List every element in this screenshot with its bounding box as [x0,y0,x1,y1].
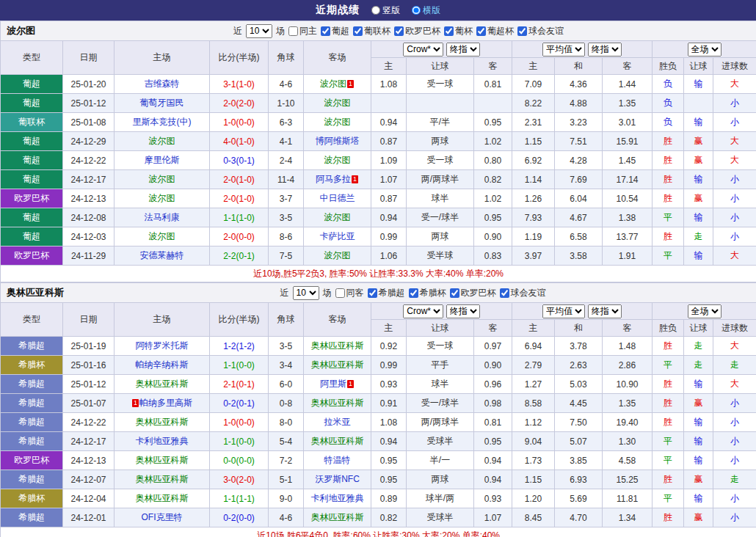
team-link[interactable]: 奥林匹亚科斯 [311,340,364,351]
filter-option-0-4[interactable]: 葡杯 [444,25,473,37]
fulltime-select[interactable]: 全场 [688,43,722,56]
avg-odds-select[interactable]: 平均值 [542,304,585,318]
team-link[interactable]: 帕纳辛纳科斯 [136,359,189,370]
filter-option-0-3[interactable]: 欧罗巴杯 [394,25,440,37]
filter-option-0-0[interactable]: 同主 [288,25,317,37]
team-link[interactable]: 博阿维斯塔 [316,136,360,146]
odds-company-select[interactable]: Crow* [403,43,443,56]
avg-odds-select[interactable]: 平均值 [542,43,585,56]
team-link[interactable]: 阿马多拉 [316,174,351,184]
league-type-badge[interactable]: 希腊杯 [1,489,63,508]
league-type-badge[interactable]: 希腊超 [1,375,63,394]
layout-vertical-radio[interactable] [371,6,380,15]
filter-option-1-0[interactable]: 同客 [335,287,364,299]
team-link[interactable]: 奥林匹亚科斯 [311,359,364,370]
filter-option-0-6[interactable]: 球会友谊 [517,25,564,37]
league-type-badge[interactable]: 希腊超 [1,394,63,413]
team-link[interactable]: 卡利地亚雅典 [311,493,364,503]
match-count-select[interactable]: 10 [293,286,319,300]
filter-option-0-1[interactable]: 葡超 [321,25,349,37]
league-type-badge[interactable]: 希腊超 [1,508,63,527]
team-link[interactable]: 波尔图 [149,231,175,241]
match-count-select[interactable]: 10 [246,24,272,38]
league-type-badge[interactable]: 葡超 [1,227,63,246]
league-type-badge[interactable]: 希腊超 [1,337,63,356]
team-link[interactable]: 奥林匹亚科斯 [311,436,364,446]
filter-option-0-2[interactable]: 葡联杯 [353,25,390,37]
filter-checkbox[interactable] [288,26,298,36]
team-link[interactable]: OFI克里特 [142,512,183,522]
league-type-badge[interactable]: 葡超 [1,94,63,113]
filter-checkbox[interactable] [353,26,363,36]
filter-checkbox[interactable] [409,288,418,298]
odds-time-select[interactable]: 终指 [446,304,480,318]
team-link[interactable]: 卡利地亚雅典 [136,436,189,446]
team-link[interactable]: 葡萄牙国民 [140,98,184,108]
team-link[interactable]: 阿里斯 [320,379,346,389]
filter-option-0-5[interactable]: 葡超杯 [476,25,514,37]
team-link[interactable]: 里斯本竞技(中) [133,117,192,127]
layout-horizontal-radio[interactable] [412,6,421,15]
team-link[interactable]: 奥林匹亚科斯 [136,379,189,389]
league-type-badge[interactable]: 欧罗巴杯 [1,189,63,208]
league-type-badge[interactable]: 欧罗巴杯 [1,246,63,266]
team-link[interactable]: 波尔图 [324,250,351,260]
league-type-badge[interactable]: 葡超 [1,132,63,151]
team-link[interactable]: 波尔图 [320,78,346,89]
league-type-badge[interactable]: 希腊超 [1,470,63,489]
team-link[interactable]: 波尔图 [324,212,351,222]
filter-option-1-4[interactable]: 球会友谊 [500,287,546,299]
team-link[interactable]: 中日德兰 [320,193,355,203]
filter-checkbox[interactable] [444,26,454,36]
team-link[interactable]: 拉米亚 [324,417,351,427]
team-link[interactable]: 波尔图 [149,193,175,203]
league-type-badge[interactable]: 希腊杯 [1,356,63,375]
fulltime-select[interactable]: 全场 [688,304,722,318]
filter-option-1-2[interactable]: 希腊杯 [409,287,446,299]
team-link[interactable]: 奥林匹亚科斯 [311,512,364,522]
filter-checkbox[interactable] [335,288,345,298]
league-type-badge[interactable]: 葡超 [1,151,63,170]
team-link[interactable]: 阿特罗米托斯 [136,340,189,351]
filter-checkbox[interactable] [517,26,527,36]
team-link[interactable]: 奥林匹亚科斯 [311,398,364,408]
odds-time-select[interactable]: 终指 [446,43,480,56]
filter-checkbox[interactable] [321,26,330,36]
team-link[interactable]: 摩里伦斯 [145,155,180,165]
team-link[interactable]: 奥林匹亚科斯 [136,417,189,427]
team-link[interactable]: 法马利康 [145,212,180,222]
team-link[interactable]: 波尔图 [149,136,175,146]
league-type-badge[interactable]: 希腊超 [1,413,63,432]
team-link[interactable]: 卡萨比亚 [320,231,355,241]
filter-option-1-3[interactable]: 欧罗巴杯 [450,287,496,299]
team-link[interactable]: 波尔图 [149,174,175,184]
filter-checkbox[interactable] [500,288,509,298]
league-type-badge[interactable]: 希腊超 [1,432,63,451]
filter-checkbox[interactable] [394,26,404,36]
filter-checkbox[interactable] [368,288,377,298]
odds-company-select[interactable]: Crow* [403,304,443,318]
filter-option-1-1[interactable]: 希腊超 [368,287,405,299]
team-link[interactable]: 波尔图 [324,155,351,165]
league-type-badge[interactable]: 葡超 [1,170,63,189]
team-link[interactable]: 帕纳多里高斯 [139,398,192,408]
filter-checkbox[interactable] [450,288,459,298]
avg-time-select[interactable]: 终指 [588,304,622,318]
league-type-badge[interactable]: 葡超 [1,75,63,94]
filter-checkbox[interactable] [476,26,486,36]
avg-time-select[interactable]: 终指 [588,43,622,56]
team-link[interactable]: 奥林匹亚科斯 [136,493,189,503]
team-link[interactable]: 吉维森特 [145,78,180,89]
layout-vertical-option[interactable]: 竖版 [371,4,400,17]
team-link[interactable]: 沃罗斯NFC [315,474,360,484]
team-link[interactable]: 奥林匹亚科斯 [136,474,189,484]
league-type-badge[interactable]: 欧罗巴杯 [1,451,63,470]
layout-horizontal-option[interactable]: 横版 [412,4,440,17]
team-link[interactable]: 特温特 [324,455,351,465]
team-link[interactable]: 波尔图 [324,98,351,108]
team-link[interactable]: 波尔图 [324,117,351,127]
league-type-badge[interactable]: 葡超 [1,208,63,227]
team-link[interactable]: 安德莱赫特 [140,250,184,260]
league-type-badge[interactable]: 葡联杯 [1,113,63,132]
team-link[interactable]: 奥林匹亚科斯 [136,455,189,465]
